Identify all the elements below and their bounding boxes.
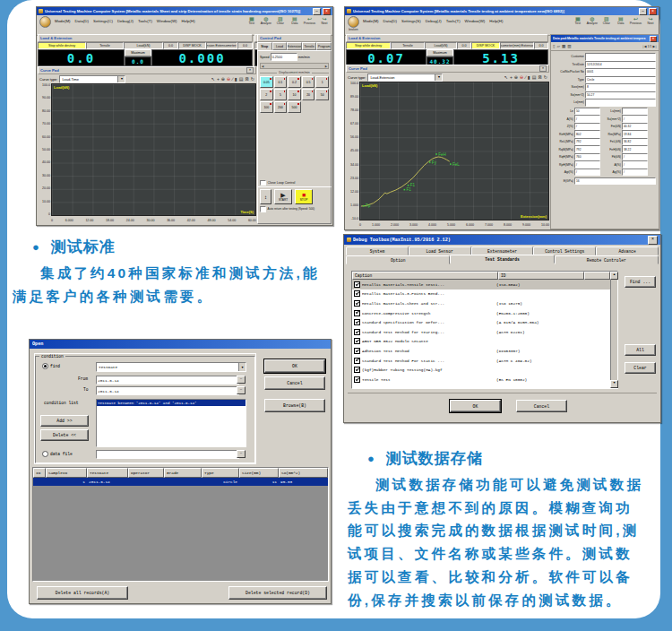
speed-preset-button[interactable]: 5 (274, 89, 288, 100)
delete-selected-record-button[interactable]: Delete selected record(D) (228, 586, 327, 600)
close-icon[interactable]: × (650, 36, 657, 42)
toolbar-button[interactable]: ↩ Previous (304, 16, 315, 25)
clear-button[interactable]: Clear (625, 362, 656, 374)
curve-tool-icon[interactable]: ⊕ (221, 76, 225, 82)
toolbar-button[interactable]: ◍ Analyze (587, 16, 598, 25)
speed-preset-button[interactable]: 0.05 (260, 76, 273, 88)
data-file-radio[interactable]: data file (42, 451, 73, 457)
checked-checkbox-icon[interactable] (354, 367, 360, 373)
checked-checkbox-icon[interactable] (354, 338, 360, 344)
find-radio[interactable]: find (42, 363, 60, 369)
toolbar-button[interactable]: ▤ Data (289, 16, 300, 25)
delete-all-records-button[interactable]: Delete all records(A) (37, 586, 128, 600)
speed-scrollbar[interactable]: ◀ ▶ (260, 63, 329, 69)
table-column-header[interactable]: TestDate (87, 468, 128, 478)
field-input[interactable]: 0001 (585, 68, 656, 76)
checked-checkbox-icon[interactable] (354, 300, 360, 307)
panel-close-icon[interactable]: × (246, 67, 254, 73)
toolbar-button[interactable]: ▨ Clear (601, 16, 612, 25)
speed-preset-button[interactable]: 0.5 (302, 76, 315, 88)
panel-close-icon[interactable]: × (539, 65, 547, 72)
speed-preset-button[interactable]: 0.1 (274, 76, 288, 88)
scroll-right-icon[interactable]: ▶ (325, 65, 327, 68)
file-tool-icon[interactable]: ▱ (556, 44, 559, 48)
from-picker-button[interactable]: … (237, 376, 246, 384)
checked-checkbox-icon[interactable] (354, 358, 360, 364)
toolbar-button[interactable]: ↪ Next (319, 16, 330, 25)
menu-item[interactable]: Mode(M) (363, 19, 379, 23)
speed-preset-button[interactable]: 50 (315, 89, 329, 100)
toolbar-button[interactable]: ▦ Test (573, 16, 583, 25)
table-column-header[interactable]: Type (202, 468, 239, 478)
curve-tool-icon[interactable]: ⊕ (514, 74, 518, 80)
standard-row[interactable]: Adhesion Test Method (DIN53357) (352, 346, 610, 356)
list-scrollbar[interactable]: ▲ ▼ (610, 272, 617, 388)
speed-preset-button[interactable]: 500 (288, 101, 301, 113)
curve-tool-icon[interactable]: ↻ (251, 76, 254, 82)
toolbar-button[interactable]: ▨ Clear (275, 16, 286, 25)
menu-item[interactable]: Mode(M) (55, 19, 71, 23)
speed-preset-button[interactable]: 1 (315, 76, 329, 88)
toolbox-tab[interactable]: Advance (596, 246, 659, 255)
curve-tool-icon[interactable]: ⊠ (538, 74, 542, 80)
curve-tool-icon[interactable]: ▮ (235, 76, 237, 82)
menu-item[interactable]: Help(H) (182, 19, 195, 23)
control-tab[interactable]: Stop (257, 42, 272, 50)
checked-checkbox-icon[interactable] (354, 310, 360, 316)
checked-checkbox-icon[interactable] (354, 290, 360, 297)
titlebar[interactable]: Universal Testing Machine Computer Syste… (37, 7, 332, 15)
field-input[interactable]: / (622, 160, 648, 169)
standard-row[interactable]: Concrete-Compressive strength (EN206-1:2… (352, 308, 610, 318)
menu-item[interactable]: Data(D) (75, 19, 89, 23)
menu-item[interactable]: Window(W) (465, 19, 486, 23)
minimize-button[interactable]: – (313, 8, 321, 15)
field-input[interactable]: 50 (574, 108, 600, 116)
file-tool-icon[interactable]: ▥ (567, 44, 571, 48)
scroll-up-icon[interactable]: ▲ (610, 272, 618, 280)
table-column-header[interactable]: Grade (164, 468, 202, 478)
curve-plot-area[interactable]: Load(kN) Time(S) (51, 83, 256, 216)
field-input[interactable]: 40.32 (622, 123, 648, 131)
dialog-titlebar[interactable]: Debug Toolbox(MaxInit.95/2016 2.12) × (344, 235, 660, 245)
field-input[interactable]: 12/12/2014 (585, 61, 656, 69)
checked-checkbox-icon[interactable] (354, 281, 360, 288)
speed-input[interactable]: 0.2500 (271, 53, 297, 61)
curve-tool-icon[interactable]: ▮ (528, 74, 530, 80)
menu-item[interactable]: Debug(J) (426, 19, 442, 23)
condition-listbox[interactable]: TestDate between '2011-6-14' and '2011-6… (96, 399, 246, 447)
toolbox-tab[interactable]: Test Standards (450, 255, 554, 264)
menu-item[interactable]: Help(H) (489, 19, 503, 23)
table-column-header[interactable]: SampleID (46, 468, 87, 478)
cancel-button[interactable]: Cancel (516, 400, 567, 412)
standard-row[interactable]: ABNT NBR 8522 Modulo Secante (352, 337, 610, 347)
file-tool-icon[interactable]: ▦ (562, 44, 565, 48)
field-input[interactable]: 792 (574, 138, 600, 146)
column-id[interactable]: ID (498, 272, 584, 280)
curve-tool-icon[interactable]: ↖ (504, 74, 508, 80)
curve-tool-icon[interactable]: ∕ (525, 74, 526, 80)
find-button[interactable]: Find ... (625, 276, 656, 288)
crosshead-updown-button[interactable]: ↕ (260, 189, 271, 204)
curve-tool-icon[interactable]: ↖ (211, 76, 215, 82)
curve-tool-icon[interactable]: ▤ (239, 76, 244, 82)
curve-tool-icon[interactable]: ∕ (232, 76, 233, 82)
control-tab[interactable]: Load (272, 42, 288, 50)
curve-tool-icon[interactable]: ↻ (544, 74, 547, 80)
minimize-button[interactable]: – (639, 8, 647, 15)
stop-button[interactable]: ■ STOP (295, 189, 313, 204)
field-input[interactable] (585, 53, 656, 61)
field-input[interactable]: 760 (574, 153, 600, 161)
all-button[interactable]: All (625, 344, 656, 356)
control-tab[interactable]: Tensile (302, 42, 317, 50)
field-input[interactable]: / (574, 123, 600, 131)
standard-row[interactable]: Standard Specification for Defor... (A 6… (352, 317, 610, 327)
menu-item[interactable]: Settings(C) (93, 19, 113, 23)
auto-return-checkbox[interactable]: Auto return after testing (Speed: 500) (260, 206, 329, 212)
curve-tool-icon[interactable]: ⊖ (520, 74, 523, 80)
field-input[interactable]: / (622, 169, 648, 177)
field-input[interactable]: / (574, 115, 600, 123)
table-row-selected[interactable]: 12011-6-14Circle1195.03 (33, 478, 328, 486)
curve-tool-icon[interactable]: ⊖ (227, 76, 230, 82)
field-input[interactable] (585, 99, 656, 107)
dialog-titlebar[interactable]: Open (30, 340, 331, 349)
